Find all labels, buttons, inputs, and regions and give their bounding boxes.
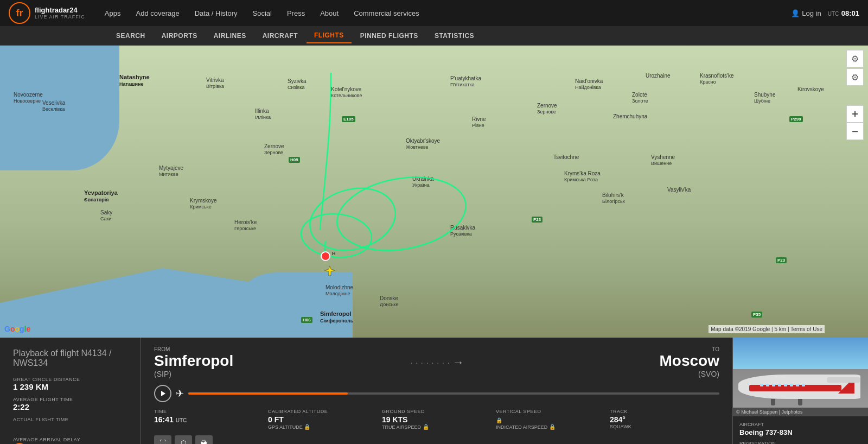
alt-sub: GPS ALTITUDE 🔒 xyxy=(268,424,378,430)
gs-value: 19 KTS xyxy=(382,415,492,424)
map-controls: ⚙ ⚙ xyxy=(846,50,864,86)
sub-navigation: SEARCH AIRPORTS AIRLINES AIRCRAFT FLIGHT… xyxy=(0,26,868,46)
route-row: FROM Simferopol (SIP) · · · · · · · · → … xyxy=(154,346,719,378)
aircraft-icon-playback: ✈ xyxy=(176,388,184,399)
share-button[interactable]: ⬡ xyxy=(175,435,192,444)
route-arrow: · · · · · · · · → xyxy=(404,356,469,370)
logo-icon: fr xyxy=(9,2,30,24)
nav-apps[interactable]: Apps xyxy=(98,6,127,21)
playback-controls: ✈ xyxy=(154,385,719,402)
nav-about[interactable]: About xyxy=(314,6,345,21)
black-sea-2 xyxy=(244,272,353,338)
tab-pinned-flights[interactable]: PINNED FLIGHTS xyxy=(353,29,426,43)
time-field: TIME 16:41 UTC xyxy=(154,409,264,430)
highway-p35: P35 xyxy=(751,312,762,318)
vs-sub: INDICATED AIRSPEED 🔒 xyxy=(496,424,605,430)
flight-title: Playback of flight N4134 / NWS134 xyxy=(13,348,127,368)
tab-aircraft[interactable]: AIRCRAFT xyxy=(255,29,305,43)
map-container[interactable]: NatashyneНаташине NovoozerneНовоозерне V… xyxy=(0,46,868,338)
zoom-out-button[interactable]: − xyxy=(846,123,864,140)
stat-great-circle: GREAT CIRCLE DISTANCE 1 239 KM xyxy=(13,377,127,391)
stat-actual-flight: ACTUAL FLIGHT TIME xyxy=(13,417,127,432)
aircraft-photo-panel: ✕ xyxy=(732,338,868,444)
photo-button[interactable]: 🏔 xyxy=(195,435,213,444)
map-attribution: Map data ©2019 Google | 5 km | Terms of … xyxy=(709,325,825,333)
highway-h06: H06 xyxy=(301,317,312,323)
nav-data-history[interactable]: Data / History xyxy=(188,6,244,21)
actual-label: ACTUAL FLIGHT TIME xyxy=(13,417,127,422)
highway-p299: P299 xyxy=(789,116,803,122)
to-city: Moscow xyxy=(469,352,719,370)
bottom-panel: Playback of flight N4134 / NWS134 GREAT … xyxy=(0,338,868,444)
nav-social[interactable]: Social xyxy=(246,6,278,21)
user-icon: 👤 xyxy=(791,9,800,17)
gs-label: GROUND SPEED xyxy=(382,409,492,414)
nav-commercial[interactable]: Commercial services xyxy=(347,6,426,21)
tab-search[interactable]: SEARCH xyxy=(108,29,153,43)
flight-id: Playback of flight N4134 xyxy=(13,348,109,358)
to-label: TO xyxy=(469,346,719,352)
login-label: Log in xyxy=(802,9,821,17)
aircraft-marker[interactable] xyxy=(323,265,336,278)
highway-h05: H05 xyxy=(289,157,300,163)
tab-statistics[interactable]: STATISTICS xyxy=(427,29,482,43)
tab-flights[interactable]: FLIGHTS xyxy=(307,28,352,43)
utc-label: UTC xyxy=(828,11,839,17)
track-field: TRACK 284° SQUAWK xyxy=(610,409,719,430)
settings-button[interactable]: ⚙ xyxy=(846,50,864,67)
gs-sub: TRUE AIRSPEED 🔒 xyxy=(382,424,492,430)
progress-fill xyxy=(188,392,348,395)
sky xyxy=(733,338,868,369)
track-sub: SQUAWK xyxy=(610,424,719,429)
vs-lock-icon2: 🔒 xyxy=(549,424,556,430)
time-label: TIME xyxy=(154,409,264,414)
from-city: Simferopol xyxy=(154,352,404,370)
track-value: 284° xyxy=(610,415,719,424)
alt-value: 0 FT xyxy=(268,415,378,424)
clock-display: 08:01 xyxy=(841,9,859,17)
avg-flight-label: AVERAGE FLIGHT TIME xyxy=(13,397,127,402)
aircraft-type-value: Boeing 737-83N xyxy=(739,428,861,436)
bottom-toolbar: ⛶ ⬡ 🏔 xyxy=(154,435,719,444)
logo-brand: flightradar24 xyxy=(35,7,85,14)
horizontal-stabilizer xyxy=(827,377,860,383)
time-value: 16:41 UTC xyxy=(154,415,264,424)
highway-p23: P23 xyxy=(532,217,542,223)
altitude-field: CALIBRATED ALTITUDE 0 FT GPS ALTITUDE 🔒 xyxy=(268,409,378,430)
nav-right-area: 👤 Log in UTC 08:01 xyxy=(791,8,859,18)
tab-airlines[interactable]: AIRLINES xyxy=(206,29,254,43)
zoom-in-button[interactable]: + xyxy=(846,105,864,123)
nav-press[interactable]: Press xyxy=(280,6,311,21)
dest-col: TO Moscow (SVO) xyxy=(469,346,719,378)
registration-label: REGISTRATION xyxy=(739,441,861,444)
play-button[interactable] xyxy=(154,385,171,402)
vertspeed-field: VERTICAL SPEED 🔒 INDICATED AIRSPEED 🔒 xyxy=(496,409,605,430)
tab-airports[interactable]: AIRPORTS xyxy=(154,29,205,43)
utc-time-area: UTC 08:01 xyxy=(828,8,859,18)
windows-row xyxy=(760,384,805,386)
flight-info-panel: FROM Simferopol (SIP) · · · · · · · · → … xyxy=(141,338,732,444)
photo-credit: © Michael Stappen | Jetphotos xyxy=(733,408,868,416)
nav-add-coverage[interactable]: Add coverage xyxy=(130,6,186,21)
vs-label: VERTICAL SPEED xyxy=(496,409,605,414)
progress-bar[interactable] xyxy=(188,392,719,395)
alt-label: CALIBRATED ALTITUDE xyxy=(268,409,378,414)
alt-lock-icon: 🔒 xyxy=(304,424,310,430)
track-label: TRACK xyxy=(610,409,719,414)
avg-flight-value: 2:22 xyxy=(13,402,127,411)
actual-value xyxy=(13,422,127,432)
highway-e105: E105 xyxy=(342,116,355,122)
stat-avg-flight: AVERAGE FLIGHT TIME 2:22 xyxy=(13,397,127,411)
aircraft-type-label: AIRCRAFT xyxy=(739,422,861,427)
logo-text-area: flightradar24 LIVE AIR TRAFFIC xyxy=(35,7,85,20)
gc-value: 1 239 KM xyxy=(13,382,127,391)
logo[interactable]: fr flightradar24 LIVE AIR TRAFFIC xyxy=(9,2,85,24)
aircraft-photo-image: © Michael Stappen | Jetphotos xyxy=(733,338,868,416)
zoom-controls: + − xyxy=(846,105,864,140)
origin-col: FROM Simferopol (SIP) xyxy=(154,346,404,378)
layers-button[interactable]: ⚙ xyxy=(846,68,864,86)
fullscreen-button[interactable]: ⛶ xyxy=(154,435,171,444)
from-label: FROM xyxy=(154,346,404,352)
data-fields: TIME 16:41 UTC CALIBRATED ALTITUDE 0 FT … xyxy=(154,409,719,430)
login-button[interactable]: 👤 Log in xyxy=(791,9,821,17)
